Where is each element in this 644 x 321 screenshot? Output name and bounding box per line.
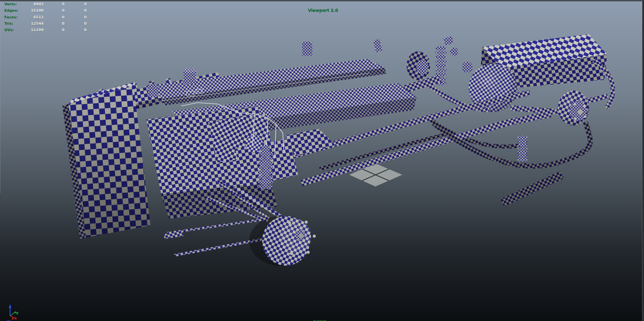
hud-verts-col2: 0 <box>51 2 64 7</box>
lug-bolt <box>574 118 577 120</box>
hud-verts-value: 8902 <box>20 2 44 7</box>
tie-rod <box>167 219 267 233</box>
y-axis-line <box>10 312 15 316</box>
hud-tris-col3: 0 <box>73 21 87 26</box>
hud-edges-label: Edges: <box>4 8 18 13</box>
rear-left-drum-hub <box>416 60 428 74</box>
shock-stub <box>373 39 382 52</box>
driveshaft <box>320 132 454 169</box>
viewport-3d-canvas[interactable]: y x <box>0 1 644 321</box>
y-axis-label: y <box>16 311 18 315</box>
rear-hub-cap <box>578 109 583 115</box>
lug-bolt <box>313 235 316 238</box>
rear-hairpin-tube <box>433 122 590 166</box>
lug-bolt <box>305 221 308 224</box>
hud-uvs-label: UVs: <box>4 28 14 33</box>
hud-faces-col3: 0 <box>73 15 87 20</box>
lug-bolt <box>574 103 576 105</box>
x-axis-label: x <box>11 316 14 321</box>
lug-bolt <box>288 221 291 224</box>
hud-uvs-col3: 0 <box>73 28 87 33</box>
hud-edges-col2: 0 <box>51 8 64 13</box>
x-axis-arrow <box>15 317 17 320</box>
hud-verts-col3: 0 <box>73 2 87 7</box>
hud-verts-label: Verts: <box>4 2 17 7</box>
water-pump-pulley <box>245 135 263 153</box>
frame-rail-lower <box>302 114 551 183</box>
hud-faces-value: 6512 <box>20 15 44 20</box>
pinion-fitting <box>462 62 473 72</box>
3d-viewport[interactable]: Verts: 8902 0 0 Edges: 15100 0 0 Faces: … <box>0 0 644 321</box>
front-spindle-nut <box>299 234 303 238</box>
view-axis-gizmo: y x <box>7 304 18 321</box>
hud-uvs-col2: 0 <box>51 28 64 33</box>
hud-tris-value: 12544 <box>20 21 44 26</box>
hud-faces-label: Faces: <box>4 15 17 20</box>
z-axis-arrow <box>9 304 11 308</box>
hud-uvs-value: 11209 <box>20 28 44 33</box>
hud-tris-col2: 0 <box>51 21 64 26</box>
camera-name-label: persp <box>313 319 326 321</box>
rear-right-shock-coil <box>517 136 527 162</box>
rear-leaf-spring-bottom <box>500 171 564 207</box>
axle-tube <box>510 108 560 112</box>
hud-edges-col3: 0 <box>73 8 87 13</box>
bellhousing <box>285 129 336 156</box>
hud-edges-value: 15100 <box>20 8 44 13</box>
lug-bolt <box>307 251 310 254</box>
hud-tris-label: Tris: <box>4 21 13 26</box>
chassis-model[interactable] <box>62 34 613 266</box>
lug-bolt <box>584 116 586 118</box>
lug-bolt <box>583 105 586 107</box>
u-joint-fitting <box>450 48 458 56</box>
renderer-label: Viewport 2.0 <box>308 8 338 13</box>
lug-bolt <box>290 252 293 255</box>
hud-faces-col2: 0 <box>51 15 64 20</box>
